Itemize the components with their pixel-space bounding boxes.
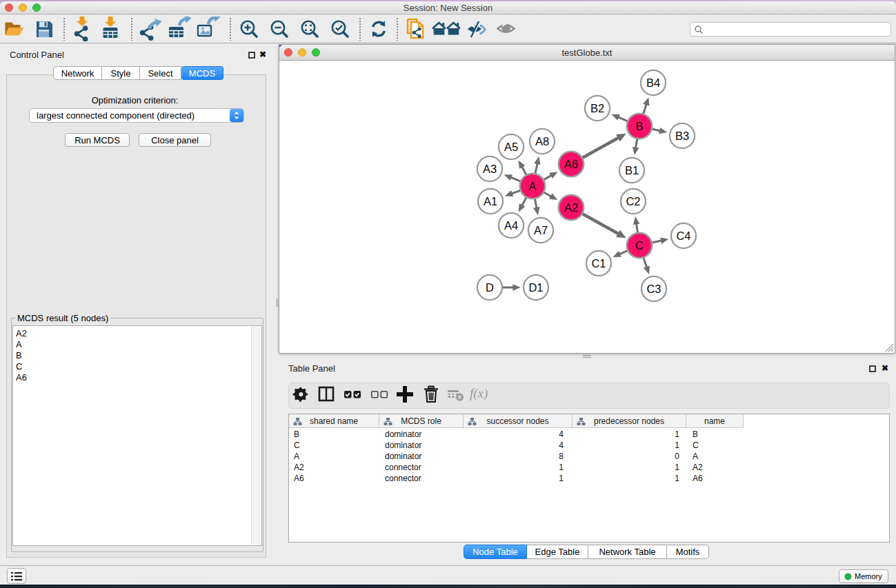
svg-text:A7: A7 — [534, 224, 548, 236]
svg-text:A: A — [528, 180, 536, 192]
svg-text:B3: B3 — [675, 130, 689, 142]
svg-text:C1: C1 — [591, 257, 606, 270]
svg-text:C4: C4 — [676, 230, 690, 242]
svg-text:B: B — [635, 120, 643, 132]
svg-text:A6: A6 — [564, 158, 578, 170]
svg-text:A2: A2 — [564, 201, 578, 214]
svg-text:C: C — [635, 239, 644, 252]
svg-text:A8: A8 — [535, 135, 549, 148]
svg-text:D1: D1 — [528, 281, 543, 294]
svg-text:B4: B4 — [646, 77, 660, 89]
svg-text:A4: A4 — [504, 219, 518, 232]
svg-text:B1: B1 — [625, 164, 639, 176]
svg-text:D: D — [486, 281, 494, 294]
svg-text:C2: C2 — [626, 195, 640, 207]
svg-text:C3: C3 — [646, 283, 661, 295]
svg-text:B2: B2 — [590, 102, 604, 114]
svg-text:A3: A3 — [483, 163, 497, 175]
svg-text:A5: A5 — [504, 141, 518, 153]
svg-text:A1: A1 — [484, 195, 497, 207]
